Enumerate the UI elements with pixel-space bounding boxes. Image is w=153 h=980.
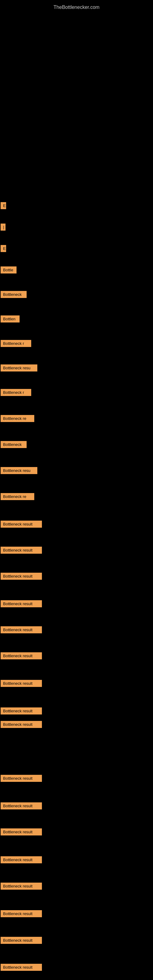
bottleneck-item-row: Bottleneck resu: [1, 364, 37, 373]
bottleneck-item-row: Bottleneck re: [1, 493, 34, 502]
bottleneck-label: Bottleneck result: [1, 708, 42, 714]
bottleneck-label: Bottleneck result: [1, 856, 42, 863]
bottleneck-label: |: [1, 224, 5, 231]
bottleneck-label: Bottleneck resu: [1, 467, 37, 474]
bottleneck-item-row: Bottleneck r: [1, 389, 31, 398]
bottleneck-item-row: Bottleneck result: [1, 829, 42, 837]
bottleneck-label: Bottleneck resu: [1, 364, 37, 371]
bottleneck-label: Bottleneck result: [1, 573, 42, 580]
bottleneck-item-row: Bottleneck result: [1, 964, 42, 973]
bottleneck-label: Bottleneck result: [1, 626, 42, 633]
bottleneck-item-row: Bottleneck result: [1, 937, 42, 946]
bottleneck-item-row: E: [1, 245, 6, 254]
bottleneck-item-row: Bottleneck result: [1, 547, 42, 555]
bottleneck-label: Bottleneck: [1, 291, 27, 298]
bottleneck-item-row: Bottleneck: [1, 291, 27, 300]
bottleneck-label: Bottleneck r: [1, 340, 31, 347]
bottleneck-item-row: Bottleneck resu: [1, 467, 37, 476]
bottleneck-label: Bottleneck: [1, 441, 27, 448]
bottleneck-item-row: Bottleneck result: [1, 856, 42, 865]
bottleneck-label: E: [1, 245, 6, 252]
bottleneck-label: Bottleneck result: [1, 829, 42, 835]
bottleneck-label: Bottleneck result: [1, 937, 42, 944]
bottleneck-item-row: Bottlen: [1, 315, 19, 324]
bottleneck-label: Bottleneck r: [1, 389, 31, 396]
bottleneck-label: Bottleneck result: [1, 547, 42, 554]
bottleneck-label: Bottlen: [1, 315, 19, 323]
bottleneck-item-row: Bottleneck result: [1, 721, 42, 730]
bottleneck-item-row: Bottleneck re: [1, 415, 34, 424]
bottleneck-item-row: Bottleneck result: [1, 708, 42, 716]
bottleneck-item-row: Bottle: [1, 266, 16, 275]
bottleneck-label: Bottleneck result: [1, 520, 42, 528]
bottleneck-label: Bottleneck re: [1, 415, 34, 422]
bottleneck-label: Bottleneck result: [1, 721, 42, 728]
bottleneck-label: E: [1, 202, 6, 209]
bottleneck-item-row: Bottleneck: [1, 441, 27, 450]
bottleneck-item-row: Bottleneck result: [1, 600, 42, 609]
bottleneck-item-row: Bottleneck result: [1, 802, 42, 811]
bottleneck-label: Bottleneck result: [1, 910, 42, 917]
bottleneck-label: Bottleneck result: [1, 802, 42, 810]
bottleneck-item-row: Bottleneck result: [1, 573, 42, 582]
bottleneck-item-row: Bottleneck result: [1, 883, 42, 891]
bottleneck-label: Bottleneck result: [1, 964, 42, 971]
bottleneck-label: Bottleneck result: [1, 883, 42, 890]
bottleneck-item-row: Bottleneck result: [1, 520, 42, 530]
bottleneck-item-row: Bottleneck r: [1, 340, 31, 349]
bottleneck-item-row: Bottleneck result: [1, 680, 42, 689]
bottleneck-label: Bottleneck result: [1, 600, 42, 607]
bottleneck-item-row: Bottleneck result: [1, 910, 42, 919]
bottleneck-item-row: |: [1, 224, 5, 232]
bottleneck-label: Bottle: [1, 266, 16, 274]
bottleneck-label: Bottleneck result: [1, 775, 42, 782]
bottleneck-item-row: E: [1, 202, 6, 211]
bottleneck-label: Bottleneck result: [1, 652, 42, 659]
bottleneck-item-row: Bottleneck result: [1, 775, 42, 784]
bottleneck-label: Bottleneck result: [1, 680, 42, 687]
bottleneck-item-row: Bottleneck result: [1, 652, 42, 661]
bottleneck-label: Bottleneck re: [1, 493, 34, 500]
bottleneck-item-row: Bottleneck result: [1, 626, 42, 635]
